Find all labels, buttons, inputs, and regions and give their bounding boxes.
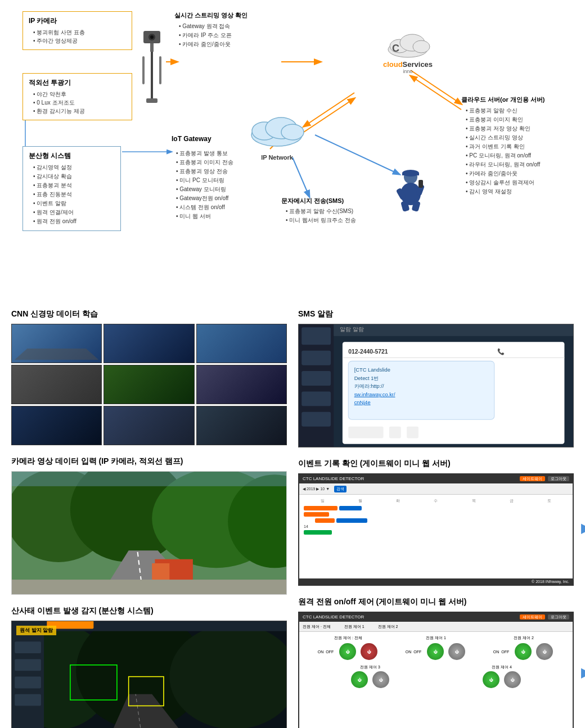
power-row-1-labels: 전원 제어 : 전체 전원 제어 1 전원 제어 2 <box>299 632 573 642</box>
event-bar-3 <box>304 512 329 517</box>
svg-text:sw.infraway.co.kr/: sw.infraway.co.kr/ <box>354 392 395 397</box>
power-on-btn-2[interactable]: ⏻ <box>427 643 444 660</box>
streaming-desc-3: 카메라 줌인/줌아웃 <box>179 40 281 49</box>
power-btn-logout[interactable]: 로그아웃 <box>548 614 569 620</box>
event-page-info: ◀ 2019 ▶ 10 ▼ <box>303 487 330 491</box>
cal-fri: 금 <box>493 498 530 504</box>
cs-1: 표층붕괴 알람 수신 <box>466 106 574 115</box>
cal-wed: 수 <box>417 498 454 504</box>
right-column: SMS 알람 알람 알람 <box>298 309 574 728</box>
power-on-label-1: ON <box>318 650 324 654</box>
svg-point-26 <box>413 40 430 53</box>
cnn-cell-6 <box>196 365 287 404</box>
cloud-services-sub: inno <box>366 69 450 74</box>
power-header-title: CTC LANDSLIDE DETECTOR <box>303 614 364 620</box>
cloud-text-orange: cloud <box>383 60 403 69</box>
power-col3-btns: ON OFF ⏻ ⏻ <box>480 643 567 660</box>
sms-alarm-title: SMS 알람 <box>298 309 574 319</box>
event-footer: © 2018 INfraway, Inc. <box>299 578 573 585</box>
svg-text:Detect  1번: Detect 1번 <box>354 376 379 381</box>
event-search-btn[interactable]: 검색 <box>334 486 346 492</box>
diagram-section: IP 카메라 붕괴위험 사면 표층 주야간 영상제공 적외선 투광기 야간 약천… <box>6 6 579 298</box>
power-on-btn-4[interactable]: ⏻ <box>351 671 368 688</box>
power-off-btn-4[interactable]: ⏻ <box>372 671 389 688</box>
gw-4: 미니 PC 모니터링 <box>176 176 270 185</box>
svg-text:알람 알람: 알람 알람 <box>340 326 364 332</box>
event-bar-1 <box>304 506 338 510</box>
ip-network-label: IP Network <box>248 154 307 161</box>
event-screenshot: CTC LANDSLIDE DETECTOR 세이트웨이 로그아웃 ◀ 2019… <box>298 473 574 586</box>
power-on-btn-3[interactable]: ⏻ <box>515 643 532 660</box>
disaster-image: 원석 발지 알람 <box>11 621 287 728</box>
svg-rect-70 <box>302 371 331 386</box>
left-column: CNN 신경망 데이터 학습 카메라 영상 데이터 입력 <box>11 309 287 728</box>
power-toolbar-2: 전원 제어 2 <box>378 624 398 630</box>
svg-text:cnNj4e: cnNj4e <box>354 400 371 405</box>
svg-text:C: C <box>392 43 399 54</box>
cs-9: 영상감시 솔루션 원격제어 <box>466 178 574 187</box>
iot-gateway-label: IoT Gateway <box>172 135 212 143</box>
event-log-title: 이벤트 기록 확인 (게이트웨이 미니 웹 서버) <box>298 459 574 469</box>
svg-point-22 <box>281 124 304 140</box>
cs-7: 라우터 모니터링, 원격 on/off <box>466 160 574 169</box>
svg-rect-68 <box>302 327 331 345</box>
power-off-btn-3[interactable]: ⏻ <box>536 643 553 660</box>
event-bar-row-1 <box>304 506 568 510</box>
main-container: IP 카메라 붕괴위험 사면 표층 주야간 영상제공 적외선 투광기 야간 약천… <box>0 0 585 728</box>
power-on-label-3: ON <box>493 650 500 654</box>
event-toolbar: ◀ 2019 ▶ 10 ▼ 검색 <box>299 483 573 495</box>
cnn-cell-2 <box>104 324 194 363</box>
cnn-cell-1 <box>11 324 102 363</box>
dist-1: 감시영역 설정 <box>33 163 115 172</box>
power-col4-title: 전원 제어 3 <box>305 664 435 670</box>
cnn-grid <box>11 324 287 445</box>
event-right-arrow: ▶ <box>581 521 585 536</box>
power-on-btn-5[interactable]: ⏻ <box>483 671 500 688</box>
event-btn1[interactable]: 세이트웨이 <box>520 476 545 481</box>
sms-alarm-section: SMS 알람 알람 알람 <box>298 309 574 447</box>
power-off-btn-1[interactable]: ⏻ <box>361 643 377 660</box>
sms-label: 문자메시지 전송(SMS) <box>281 197 377 205</box>
ip-camera-desc-2: 주야간 영상제공 <box>33 37 126 45</box>
cloud-server-label: 클라우드 서버(or 개인용 서버) <box>461 96 574 104</box>
cloud-text-black: Services <box>403 60 433 69</box>
cs-10: 감시 영역 재설정 <box>466 187 574 196</box>
power-on-btn-1[interactable]: ⏻ <box>339 643 356 660</box>
svg-rect-16 <box>146 98 158 103</box>
power-toolbar-1: 전원 제어 1 <box>344 624 364 630</box>
cs-4: 실시간 스트리밍 영상 <box>466 133 574 142</box>
power-col4-btns: ⏻ ⏻ <box>305 671 435 688</box>
svg-line-5 <box>411 76 461 110</box>
dist-6: 원격 연결/제어 <box>33 208 115 217</box>
event-btn2[interactable]: 로그아웃 <box>548 476 569 481</box>
dist-5: 이벤트 알람 <box>33 199 115 208</box>
cal-thu: 목 <box>455 498 492 504</box>
svg-rect-48 <box>12 580 286 594</box>
event-bar-5 <box>336 518 367 523</box>
cloud-server-desc: 표층붕괴 알람 수신 표층붕괴 이미지 확인 표층붕괴 저장 영상 확인 실시간… <box>461 106 574 196</box>
ip-network-cloud: IP Network <box>248 110 307 161</box>
power-control-title: 원격 전원 on/off 제어 (게이트웨이 미니 웹 서버) <box>298 597 574 607</box>
cnn-cell-8 <box>104 406 194 445</box>
event-bar-row-3 <box>304 518 568 523</box>
sms-desc: 표층붕괴 알람 수신(SMS) 미니 웹서버 링크주소 전송 <box>281 207 377 225</box>
svg-line-8 <box>315 135 399 174</box>
power-off-btn-2[interactable]: ⏻ <box>448 643 465 660</box>
power-btn-settings[interactable]: 세이트웨이 <box>520 614 545 620</box>
svg-rect-71 <box>302 391 331 406</box>
cnn-cell-7 <box>11 406 102 445</box>
power-off-label-1: OFF <box>326 650 334 654</box>
calendar-header: 일 월 화 수 목 금 토 <box>304 498 568 504</box>
cnn-title: CNN 신경망 데이터 학습 <box>11 309 287 319</box>
svg-rect-18 <box>159 56 161 84</box>
sms-1: 표층붕괴 알람 수신(SMS) <box>286 207 377 216</box>
svg-text:📞: 📞 <box>497 348 505 355</box>
distributed-desc: 감시영역 설정 감시대상 확습 표층붕괴 분석 표층 진동분석 이벤트 알람 원… <box>29 163 115 226</box>
gw-3: 표층붕괴 영상 전송 <box>176 167 270 176</box>
streaming-desc-2: 카메라 IP 주소 오픈 <box>179 31 281 40</box>
camera-device-illustration <box>138 28 166 118</box>
streaming-box: 실시간 스트리밍 영상 확인 Gateway 원격 접속 카메라 IP 주소 오… <box>174 11 281 49</box>
power-off-btn-5[interactable]: ⏻ <box>504 671 521 688</box>
svg-rect-73 <box>334 324 573 336</box>
svg-rect-59 <box>15 641 41 653</box>
